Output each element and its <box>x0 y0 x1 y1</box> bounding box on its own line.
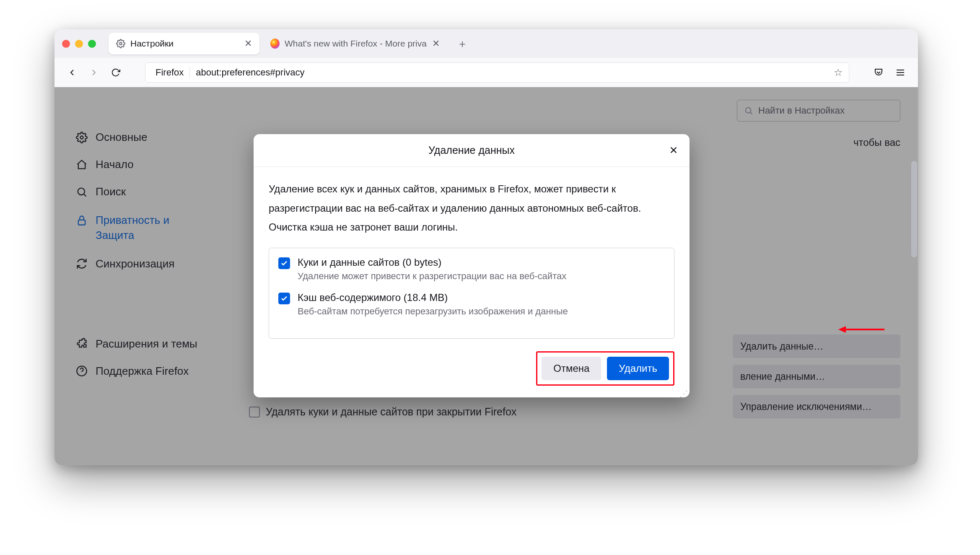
close-window-button[interactable] <box>62 40 70 48</box>
tab-label: Настройки <box>130 39 174 49</box>
identity-box[interactable]: Firefox <box>151 67 184 78</box>
option-subtitle: Удаление может привести к разрегистрации… <box>298 271 566 282</box>
dialog-footer: Отмена Удалить <box>254 351 690 397</box>
firefox-icon <box>270 39 280 48</box>
option-subtitle: Веб-сайтам потребуется перезагрузить изо… <box>298 306 568 317</box>
resize-grip-icon[interactable]: ⋰ <box>679 392 688 396</box>
minimize-window-button[interactable] <box>75 40 83 48</box>
navbar: Firefox about:preferences#privacy ☆ <box>54 58 918 87</box>
checkmark-icon <box>280 259 288 267</box>
checkmark-icon <box>280 295 288 302</box>
divider <box>189 67 190 78</box>
tab-settings[interactable]: Настройки ✕ <box>109 33 259 54</box>
preferences-page: Основные Начало Поиск <box>54 87 918 465</box>
button-label: Отмена <box>553 363 589 374</box>
dialog-close-button[interactable] <box>665 142 682 158</box>
reload-button[interactable] <box>106 63 125 82</box>
tab-close-icon[interactable]: ✕ <box>244 38 252 49</box>
forward-button[interactable] <box>85 63 103 82</box>
cache-checkbox[interactable] <box>278 293 290 304</box>
tab-label: What's new with Firefox - More priva <box>285 39 427 49</box>
highlight-annotation: Отмена Удалить <box>536 351 674 386</box>
browser-window: Настройки ✕ What's new with Firefox - Mo… <box>54 29 918 465</box>
arrow-annotation <box>838 325 884 334</box>
bookmark-star-icon[interactable]: ☆ <box>834 67 843 78</box>
dialog-body: Удаление всех кук и данных сайтов, храни… <box>254 167 690 351</box>
tab-close-icon[interactable]: ✕ <box>432 38 440 49</box>
cancel-button[interactable]: Отмена <box>542 357 601 380</box>
maximize-window-button[interactable] <box>88 40 96 48</box>
option-cache: Кэш веб-содержимого (18.4 MB) Веб-сайтам… <box>278 292 665 317</box>
option-title: Куки и данные сайтов (0 bytes) <box>298 257 566 268</box>
back-button[interactable] <box>63 63 81 82</box>
clear-data-dialog: Удаление данных Удаление всех кук и данн… <box>254 134 690 397</box>
window-controls <box>62 40 96 48</box>
options-box: Куки и данные сайтов (0 bytes) Удаление … <box>269 248 674 339</box>
identity-label: Firefox <box>156 67 184 78</box>
titlebar: Настройки ✕ What's new with Firefox - Mo… <box>54 29 918 58</box>
gear-icon <box>116 39 125 48</box>
svg-point-0 <box>119 42 122 45</box>
tab-whatsnew[interactable]: What's new with Firefox - More priva ✕ <box>263 33 447 54</box>
svg-marker-15 <box>838 326 846 333</box>
button-label: Удалить <box>619 363 657 374</box>
option-cookies: Куки и данные сайтов (0 bytes) Удаление … <box>278 257 665 282</box>
cookies-checkbox[interactable] <box>278 257 290 269</box>
new-tab-button[interactable]: ＋ <box>454 35 471 52</box>
pocket-button[interactable] <box>869 63 888 82</box>
url-text: about:preferences#privacy <box>196 67 828 78</box>
dialog-title: Удаление данных <box>428 144 515 156</box>
confirm-button[interactable]: Удалить <box>607 357 669 380</box>
app-menu-button[interactable] <box>891 63 910 82</box>
dialog-header: Удаление данных <box>254 134 690 167</box>
dialog-description: Удаление всех кук и данных сайтов, храни… <box>269 179 674 237</box>
close-icon <box>669 145 678 155</box>
url-bar[interactable]: Firefox about:preferences#privacy ☆ <box>145 62 849 83</box>
scrollbar-thumb[interactable] <box>911 161 917 257</box>
tab-strip: Настройки ✕ What's new with Firefox - Mo… <box>109 29 471 58</box>
option-title: Кэш веб-содержимого (18.4 MB) <box>298 292 568 303</box>
